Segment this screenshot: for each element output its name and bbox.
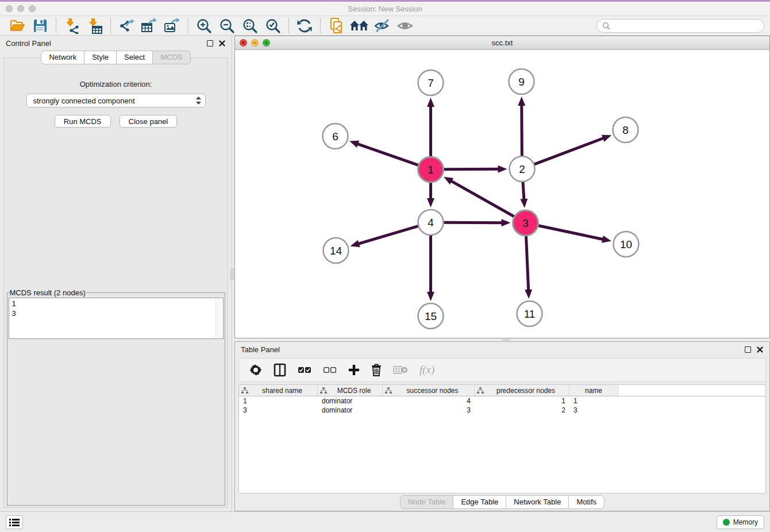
horizontal-splitter-handle[interactable] [502,339,510,341]
select-all-columns-button[interactable] [298,363,311,377]
horizontal-splitter[interactable] [234,338,770,341]
column-header-shared-name[interactable]: shared name [239,385,318,396]
trash-icon [371,364,382,376]
network-canvas[interactable]: 7968124314101511 [235,50,769,338]
delete-column-button[interactable] [371,363,382,377]
table-tab-motifs[interactable]: Motifs [568,495,605,509]
tab-mcds[interactable]: MCDS [152,51,190,64]
toolbar-separator [188,18,188,33]
table-toolbar: f(x) [238,358,766,382]
export-table-button[interactable] [138,17,161,34]
cell-successor-nodes[interactable]: 4 [383,397,475,405]
table-panel-header: Table Panel [235,342,769,357]
table-tab-network-table[interactable]: Network Table [506,495,569,509]
cell-predecessor-nodes[interactable]: 2 [475,406,569,414]
show-columns-button[interactable] [274,363,286,377]
column-header-successor-nodes[interactable]: successor nodes [383,385,475,396]
unchecked-boxes-icon [323,366,337,374]
cell-shared-name[interactable]: 1 [239,397,318,405]
tab-select[interactable]: Select [116,51,153,64]
network-minimize-button[interactable]: − [251,39,259,47]
graph-edge-3-10[interactable] [538,226,604,240]
network-window-titlebar: scc.txt × − + [235,36,769,50]
search-input[interactable] [613,21,759,30]
memory-button[interactable]: Memory [717,515,764,529]
table-tab-node-table[interactable]: Node Table [400,495,454,509]
open-file-button[interactable] [6,17,29,34]
graph-edge-1-6[interactable] [356,144,418,165]
graph-edge-4-3[interactable] [444,222,503,223]
graph-edge-2-9[interactable] [522,104,522,156]
cell-mcds-role[interactable]: dominator [318,397,383,405]
result-scrollbar[interactable] [215,299,222,338]
vertical-splitter-handle[interactable] [230,269,234,279]
control-panel-header: Control Panel [0,36,232,51]
cell-name[interactable]: 1 [569,397,618,405]
table-row[interactable]: 1dominator411 [239,396,765,406]
column-header-name[interactable]: name [569,385,618,396]
graph-edge-2-3[interactable] [523,182,524,201]
float-panel-icon[interactable] [207,40,213,47]
mcds-result-list[interactable]: 1 3 [9,298,224,339]
cell-name[interactable]: 3 [569,406,618,414]
cell-shared-name[interactable]: 3 [239,406,318,414]
close-table-panel-icon[interactable] [756,345,764,353]
delete-table-button[interactable] [393,363,408,377]
graph-edge-arrowhead [518,97,525,106]
graph-node-label-2: 2 [519,163,525,175]
run-mcds-button[interactable]: Run MCDS [55,115,111,128]
export-network-button[interactable] [115,17,138,34]
deselect-all-columns-button[interactable] [323,363,337,377]
title-bar: Session: New Session [0,0,770,16]
node-table: shared nameMCDS rolesuccessor nodesprede… [238,384,766,494]
function-builder-button[interactable]: f(x) [419,363,434,377]
cell-predecessor-nodes[interactable]: 1 [475,397,569,405]
export-image-button[interactable] [161,17,184,34]
hide-graphics-details-button[interactable] [371,17,394,34]
graph-edge-2-8[interactable] [534,138,605,164]
column-settings-gear-button[interactable] [249,363,262,377]
close-panel-button[interactable]: Close panel [120,115,178,128]
add-column-button[interactable] [348,363,360,377]
mcds-result-fieldset: MCDS result (2 nodes) 1 3 [7,288,225,506]
network-zoom-button[interactable]: + [263,39,270,47]
graph-node-label-11: 11 [524,308,536,320]
graph-edge-arrowhead [520,199,528,208]
tab-network[interactable]: Network [41,51,84,64]
memory-status-dot [723,519,730,526]
graph-edge-arrowhead [350,240,360,247]
search-icon [602,22,610,30]
import-table-button[interactable] [83,17,106,34]
graph-node-label-10: 10 [620,238,632,250]
duplicate-network-button[interactable] [325,17,348,34]
network-close-button[interactable]: × [240,39,247,47]
zoom-out-button[interactable] [215,17,238,34]
show-graphics-details-button[interactable] [394,17,417,34]
graph-edge-3-11[interactable] [526,236,529,291]
table-tab-edge-table[interactable]: Edge Table [453,495,506,509]
cell-mcds-role[interactable]: dominator [318,406,383,414]
close-panel-icon[interactable] [218,39,226,47]
cell-successor-nodes[interactable]: 3 [383,406,475,414]
save-session-button[interactable] [29,17,52,34]
graph-edge-4-14[interactable] [357,226,418,244]
refresh-view-button[interactable] [293,17,316,34]
task-history-button[interactable] [6,515,23,529]
zoom-fit-button[interactable] [238,17,261,34]
table-row[interactable]: 3dominator323 [239,406,765,415]
zoom-in-button[interactable] [192,17,215,34]
float-table-panel-icon[interactable] [745,346,751,353]
column-header-mcds-role[interactable]: MCDS role [318,385,383,396]
column-header-predecessor-nodes[interactable]: predecessor nodes [475,385,569,396]
zoom-selected-button[interactable] [261,17,284,34]
graph-edge-1-2[interactable] [444,169,499,169]
graph-edge-3-1[interactable] [450,180,514,217]
network-graph[interactable]: 7968124314101511 [235,50,769,338]
close-x-icon [219,40,225,47]
tab-style[interactable]: Style [84,51,117,64]
control-panel-title: Control Panel [6,39,51,48]
home-button[interactable] [348,17,371,34]
criterion-select[interactable]: strongly connected component [26,94,206,107]
import-network-button[interactable] [60,17,83,34]
delete-table-icon [393,365,408,375]
